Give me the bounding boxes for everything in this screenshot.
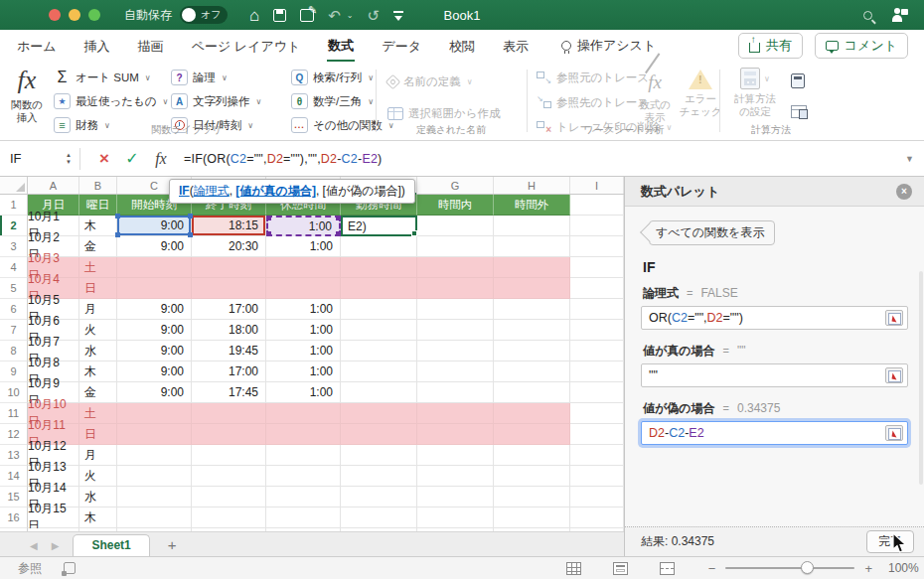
cell-G1[interactable]: 時間内 bbox=[417, 195, 494, 216]
row-header-14[interactable]: 14 bbox=[0, 466, 28, 487]
ribbon-show-formulas-button[interactable]: fx 数式の 表示 bbox=[632, 70, 678, 124]
tab-ホーム[interactable]: ホーム bbox=[16, 31, 58, 61]
panel-scrollbar[interactable] bbox=[919, 271, 923, 485]
insert-function-fx-button[interactable]: fx bbox=[146, 150, 176, 168]
selection-handle[interactable] bbox=[266, 231, 271, 236]
cell-B11[interactable]: 土 bbox=[79, 403, 117, 424]
cell-D2[interactable]: 18:15 bbox=[192, 216, 266, 236]
select-all-corner[interactable] bbox=[0, 177, 28, 194]
selection-handle[interactable] bbox=[115, 214, 120, 218]
row-header-3[interactable]: 3 bbox=[0, 236, 28, 257]
cell-D11[interactable] bbox=[192, 403, 266, 424]
insert-function-button[interactable]: fx 関数の 挿入 bbox=[4, 66, 50, 124]
row-header-1[interactable]: 1 bbox=[0, 195, 28, 216]
row-header-12[interactable]: 12 bbox=[0, 424, 28, 445]
page-break-view-icon[interactable] bbox=[660, 562, 675, 575]
zoom-slider[interactable] bbox=[725, 567, 854, 569]
cell-E2[interactable]: 1:00 bbox=[266, 216, 341, 236]
cell-E14[interactable] bbox=[266, 466, 341, 487]
cell-E4[interactable] bbox=[266, 257, 341, 278]
cancel-entry-button[interactable]: × bbox=[90, 149, 118, 169]
cell-B4[interactable]: 土 bbox=[79, 257, 117, 278]
row-header-13[interactable]: 13 bbox=[0, 445, 28, 466]
cell-D3[interactable]: 20:30 bbox=[192, 236, 266, 257]
cell-F5[interactable] bbox=[341, 278, 417, 299]
cell-E13[interactable] bbox=[266, 445, 341, 466]
cell-F6[interactable] bbox=[341, 299, 417, 320]
cell-H4[interactable] bbox=[494, 257, 570, 278]
cell-D16[interactable] bbox=[192, 507, 266, 528]
customize-toolbar-icon[interactable] bbox=[393, 11, 403, 19]
undo-dropdown-icon[interactable]: ⌄ bbox=[347, 11, 354, 20]
cell-F4[interactable] bbox=[341, 257, 417, 278]
cell-I4[interactable] bbox=[570, 257, 624, 278]
col-header-A[interactable]: A bbox=[28, 177, 79, 194]
cell-G13[interactable] bbox=[417, 445, 494, 466]
ribbon-logic-button[interactable]: ?論理∨ bbox=[171, 68, 261, 87]
cell-C14[interactable] bbox=[117, 466, 192, 487]
cell-B16[interactable]: 木 bbox=[79, 507, 117, 528]
cell-D13[interactable] bbox=[192, 445, 266, 466]
cell-H6[interactable] bbox=[494, 299, 570, 320]
ribbon-math-trig-button[interactable]: θ数学/三角∨ bbox=[291, 91, 394, 111]
comments-button[interactable]: コメント bbox=[815, 33, 908, 59]
row-header-15[interactable]: 15 bbox=[0, 487, 28, 507]
cell-H2[interactable] bbox=[494, 216, 570, 236]
name-box[interactable]: IF bbox=[0, 151, 66, 166]
cell-F14[interactable] bbox=[341, 466, 417, 487]
close-window-button[interactable] bbox=[49, 9, 61, 21]
cell-I8[interactable] bbox=[570, 341, 624, 362]
row-header-2[interactable]: 2 bbox=[0, 216, 28, 236]
cell-G6[interactable] bbox=[417, 299, 494, 320]
cell-G4[interactable] bbox=[417, 257, 494, 278]
field-input-0[interactable]: OR(C2="",D2="") bbox=[641, 306, 908, 330]
cell-F9[interactable] bbox=[341, 362, 417, 382]
cell-C8[interactable]: 9:00 bbox=[117, 341, 192, 362]
tab-挿入[interactable]: 挿入 bbox=[83, 31, 111, 61]
cell-D14[interactable] bbox=[192, 466, 266, 487]
cell-H1[interactable]: 時間外 bbox=[494, 195, 570, 216]
cell-I2[interactable] bbox=[570, 216, 624, 236]
cell-H9[interactable] bbox=[494, 362, 570, 382]
cell-I9[interactable] bbox=[570, 362, 624, 382]
cell-H16[interactable] bbox=[494, 507, 570, 528]
row-header-6[interactable]: 6 bbox=[0, 299, 28, 320]
cell-C6[interactable]: 9:00 bbox=[117, 299, 192, 320]
cell-I16[interactable] bbox=[570, 507, 624, 528]
cell-G3[interactable] bbox=[417, 236, 494, 257]
cell-G7[interactable] bbox=[417, 320, 494, 341]
cell-H12[interactable] bbox=[494, 424, 570, 445]
cell-C9[interactable]: 9:00 bbox=[117, 362, 192, 382]
cell-F13[interactable] bbox=[341, 445, 417, 466]
col-header-G[interactable]: G bbox=[417, 177, 494, 194]
ribbon-calculate-now-button[interactable] bbox=[791, 73, 805, 91]
row-header-10[interactable]: 10 bbox=[0, 382, 28, 403]
col-header-I[interactable]: I bbox=[570, 177, 624, 194]
cell-C11[interactable] bbox=[117, 403, 192, 424]
zoom-in-button[interactable]: + bbox=[864, 561, 872, 576]
selection-handle[interactable] bbox=[266, 216, 271, 220]
cell-E9[interactable]: 1:00 bbox=[266, 362, 341, 382]
cell-C7[interactable]: 9:00 bbox=[117, 320, 192, 341]
cell-C13[interactable] bbox=[117, 445, 192, 466]
cell-C12[interactable] bbox=[117, 424, 192, 445]
cell-E15[interactable] bbox=[266, 487, 341, 507]
cell-G2[interactable] bbox=[417, 216, 494, 236]
cell-E16[interactable] bbox=[266, 507, 341, 528]
cell-G9[interactable] bbox=[417, 362, 494, 382]
cell-H3[interactable] bbox=[494, 236, 570, 257]
range-picker-icon[interactable] bbox=[885, 425, 903, 441]
cell-D8[interactable]: 19:45 bbox=[192, 341, 266, 362]
sheet-tab-sheet1[interactable]: Sheet1 bbox=[73, 534, 149, 556]
cell-E7[interactable]: 1:00 bbox=[266, 320, 341, 341]
tab-データ[interactable]: データ bbox=[381, 31, 422, 61]
cell-E11[interactable] bbox=[266, 403, 341, 424]
cell-I10[interactable] bbox=[570, 382, 624, 403]
cell-F16[interactable] bbox=[341, 507, 417, 528]
home-icon[interactable]: ⌂ bbox=[249, 7, 259, 24]
selection-handle[interactable] bbox=[411, 230, 417, 236]
cell-I3[interactable] bbox=[570, 236, 624, 257]
zoom-window-button[interactable] bbox=[88, 9, 100, 21]
tell-me-assist[interactable]: 操作アシスト bbox=[561, 37, 656, 55]
range-picker-icon[interactable] bbox=[885, 310, 903, 326]
